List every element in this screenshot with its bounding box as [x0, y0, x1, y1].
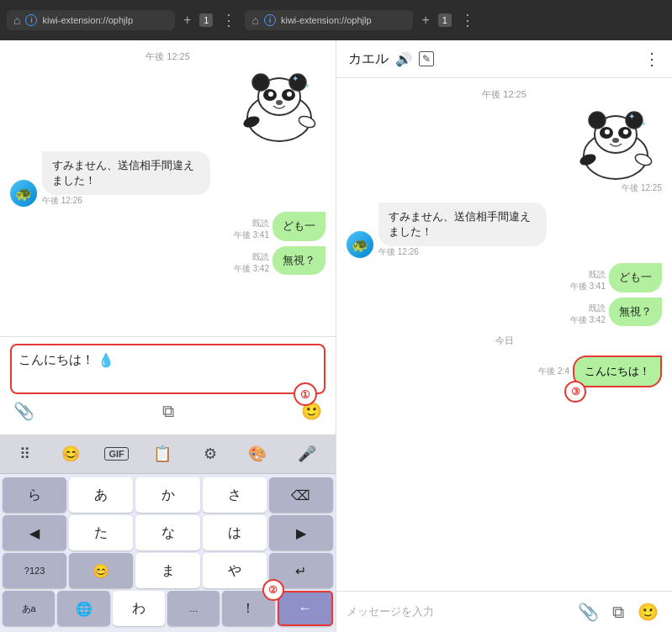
copy-right[interactable]: ⧉ [609, 599, 627, 625]
incoming-msg-right: 🐢 すみません、送信相手間違えました！ 午後 12:26 [347, 203, 662, 258]
sticker-area-left: ✦ ✦ [10, 71, 325, 143]
outgoing-msg-2-left: 既読 午後 3:42 無視？ [10, 246, 325, 275]
key-sa[interactable]: さ [203, 477, 267, 513]
svg-point-15 [589, 112, 606, 129]
key-ka[interactable]: か [135, 477, 199, 513]
outgoing-bubble-1: ども一 [273, 212, 325, 240]
keyboard-toolbar: ⠿ 😊 GIF 📋 ⚙ 🎨 🎤 [0, 434, 336, 474]
outgoing-bubble-2: 無視？ [273, 246, 325, 275]
sticker-time: 午後 12:25 [622, 182, 662, 194]
kb-row-4: あa 🌐 わ … ！ ← ② [3, 591, 333, 626]
time-label-2: 午後 3:42 [234, 263, 269, 275]
input-text: こんにちは！ [19, 352, 94, 368]
kb-settings-btn[interactable]: ⚙ [197, 441, 224, 466]
key-na[interactable]: な [135, 515, 199, 550]
time-label-1: 午後 3:41 [234, 229, 269, 241]
svg-point-6 [268, 92, 273, 97]
svg-point-2 [252, 74, 269, 91]
left-panel: 午後 12:25 [0, 40, 336, 632]
right-input-area[interactable]: メッセージを入力 📎 ⧉ 🙂 [336, 591, 672, 632]
edit-icon: ✎ [419, 51, 434, 66]
outgoing-2-right: 既読 午後 3:42 無視？ [347, 298, 662, 326]
svg-text:✦: ✦ [304, 82, 310, 90]
info-icon-1: i [25, 14, 37, 26]
svg-point-21 [612, 138, 619, 143]
home-icon: ⌂ [13, 13, 20, 27]
key-globe[interactable]: 🌐 [57, 591, 109, 626]
kb-row-3: ?123 😊 ま や ↵ [3, 553, 333, 588]
key-right[interactable]: ▶ [269, 515, 333, 550]
keyboard-rows: ら あ か さ ⌫ ◀ た な は ▶ ?123 😊 [0, 474, 336, 632]
browser-tab-1[interactable]: ⌂ i kiwi-extension://ophjlp [7, 10, 175, 30]
browser-bar: ⌂ i kiwi-extension://ophjlp + 1 ⋮ ⌂ i ki… [0, 0, 672, 40]
incoming-time-right: 午後 12:26 [378, 246, 547, 258]
key-enter[interactable]: ← ② [278, 591, 333, 626]
key-backspace[interactable]: ⌫ [269, 477, 333, 513]
browser-tab-2[interactable]: ⌂ i kiwi-extension://ophjlp [245, 10, 413, 30]
key-ta[interactable]: た [69, 515, 133, 550]
clip-button[interactable]: 📎 [10, 398, 38, 424]
top-time-left: 午後 12:25 [10, 50, 325, 63]
emoji-right[interactable]: 🙂 [634, 598, 662, 625]
svg-point-7 [287, 92, 292, 97]
read-2-right: 既読 [570, 303, 606, 314]
tab-count-2: 1 [438, 13, 452, 27]
read-label-2: 既読 [234, 251, 269, 263]
time-1-right: 午後 3:41 [570, 281, 606, 292]
key-a[interactable]: あ [69, 477, 133, 513]
tab-url-2: kiwi-extension://ophjlp [281, 15, 407, 25]
new-tab-button-2[interactable]: + [416, 11, 434, 29]
incoming-time-left: 午後 12:26 [42, 195, 210, 207]
key-ellipsis[interactable]: … [167, 591, 220, 626]
tab-url-1: kiwi-extension://ophjlp [42, 15, 168, 25]
avatar-left: 🐢 [10, 180, 37, 207]
browser-menu-2[interactable]: ⋮ [455, 9, 480, 31]
more-button[interactable]: ⋮ [643, 49, 660, 69]
kb-gif-btn[interactable]: GIF [104, 447, 128, 461]
copy-button[interactable]: ⧉ [159, 398, 177, 424]
today-label: 今日 [347, 334, 662, 347]
key-ma[interactable]: ま [135, 553, 199, 588]
kb-palette-btn[interactable]: 🎨 [241, 441, 273, 466]
key-left[interactable]: ◀ [3, 515, 66, 550]
kb-grid-btn[interactable]: ⠿ [13, 441, 37, 466]
key-ra[interactable]: ら [3, 477, 66, 513]
top-time-right: 午後 12:25 [347, 88, 662, 101]
svg-text:✦: ✦ [641, 120, 647, 128]
right-panel: カエル 🔊 ✎ ⋮ 午後 12:25 [336, 40, 672, 632]
incoming-msg-left: 🐢 すみません、送信相手間違えました！ 午後 12:26 [10, 151, 325, 207]
outgoing-bubble-r2: 無視？ [609, 298, 662, 326]
key-ha[interactable]: は [203, 515, 267, 550]
avatar-right: 🐢 [347, 231, 373, 258]
kb-mic-btn[interactable]: 🎤 [291, 441, 323, 466]
water-drop-icon: 💧 [98, 352, 114, 368]
message-input-box[interactable]: こんにちは！ 💧 ① [10, 344, 325, 394]
browser-menu-1[interactable]: ⋮ [216, 9, 241, 31]
header-left: カエル 🔊 ✎ [348, 50, 434, 68]
new-msg-right: 午後 2:4 こんにちは！ ③ [347, 356, 662, 387]
key-wa[interactable]: わ [113, 591, 165, 626]
kb-clipboard-btn[interactable]: 📋 [146, 441, 178, 466]
key-ya[interactable]: や [203, 553, 267, 588]
clip-right[interactable]: 📎 [574, 598, 602, 625]
svg-text:✦: ✦ [628, 112, 635, 121]
incoming-bubble-left: すみません、送信相手間違えました！ [42, 151, 210, 195]
panda-sticker-left: ✦ ✦ [233, 71, 325, 143]
tab-count-1: 1 [199, 13, 213, 27]
key-aa[interactable]: あa [3, 591, 55, 626]
key-123[interactable]: ?123 [3, 553, 66, 588]
incoming-bubble-right: すみません、送信相手間違えました！ [378, 203, 547, 246]
svg-point-20 [623, 129, 628, 134]
keyboard-area: ⠿ 😊 GIF 📋 ⚙ 🎨 🎤 ら あ か さ ⌫ [0, 434, 336, 632]
input-actions: 📎 ⧉ 🙂 [10, 394, 325, 428]
key-emoji[interactable]: 😊 [69, 553, 133, 588]
kb-row-1: ら あ か さ ⌫ [3, 477, 333, 513]
chat-name: カエル [348, 50, 389, 68]
annotation-1: ① [294, 382, 317, 406]
new-msg-bubble: こんにちは！ [573, 356, 662, 387]
chat-area-left: 午後 12:25 [0, 40, 336, 336]
kb-sticker-btn[interactable]: 😊 [55, 441, 87, 466]
chat-area-right: 午後 12:25 [336, 78, 672, 591]
new-tab-button-1[interactable]: + [178, 11, 196, 29]
outgoing-bubble-r1: ども一 [609, 263, 662, 292]
